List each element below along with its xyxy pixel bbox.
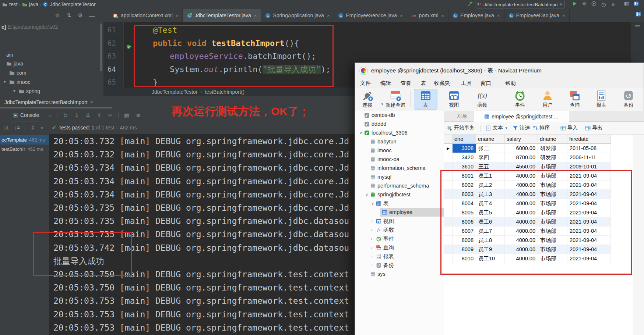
cell-dname[interactable]: 市场部 xyxy=(538,162,567,171)
table-row[interactable]: 8009员工94000.00市场部2021-09-04 xyxy=(444,245,633,254)
scroll-down-icon[interactable]: ⇓ xyxy=(74,112,79,119)
grid-tool-排序[interactable]: 排序 xyxy=(532,122,550,134)
editor-settings-icon[interactable]: ⚙ xyxy=(78,12,82,19)
horizontal-scrollbar[interactable] xyxy=(0,107,112,108)
cell-hiredate[interactable]: 2011-05-08 xyxy=(567,144,611,153)
locate-file-icon[interactable]: ⊙ xyxy=(55,12,60,19)
tab-applicationContext.xml[interactable]: applicationContext.xml× xyxy=(109,9,183,22)
column-header-eno[interactable]: eno xyxy=(453,135,476,144)
navicat-tool-查询[interactable]: 查询 xyxy=(563,89,587,110)
navicat-tool-备份[interactable]: ↺备份 xyxy=(617,89,640,110)
hide-tabs-icon[interactable]: — xyxy=(89,13,95,19)
sort-order-icon[interactable]: ↓≡ xyxy=(14,125,20,131)
build-hammer-icon[interactable] xyxy=(465,0,475,9)
tree-arrow-icon[interactable]: › xyxy=(371,219,373,223)
breadcrumb-class[interactable]: JdbcTemplateTestor xyxy=(152,89,198,95)
editor-error-stripe[interactable] xyxy=(631,22,644,63)
cell-ename[interactable]: 员工4 xyxy=(476,199,505,208)
project-scrollbar[interactable] xyxy=(100,24,102,71)
tree-item-employee[interactable]: employee xyxy=(355,208,444,217)
menu-工具[interactable]: 工具 xyxy=(461,80,472,87)
table-row[interactable]: 8005员工54000.00市场部2021-09-04 xyxy=(444,208,633,217)
cell-dname[interactable]: 市场部 xyxy=(538,227,567,236)
tree-arrow-icon[interactable]: › xyxy=(371,254,373,259)
menu-文件[interactable]: 文件 xyxy=(360,80,371,87)
tree-item-babytun[interactable]: babytun xyxy=(355,137,444,146)
cell-eno[interactable]: 3420 xyxy=(453,153,476,162)
cell-eno[interactable]: 8010 xyxy=(453,254,476,263)
profiler-button[interactable]: ◷ xyxy=(599,0,608,9)
cell-hiredate[interactable]: 2021-09-04 xyxy=(567,217,611,227)
tree-item-报表[interactable]: ›报表 xyxy=(355,252,444,261)
coverage-button[interactable] xyxy=(589,0,599,9)
cell-dname[interactable]: 市场部 xyxy=(538,245,567,254)
filter-lines-icon[interactable]: ≋ xyxy=(136,112,141,119)
cell-hiredate[interactable]: 2021-09-04 xyxy=(567,227,611,236)
cell-salary[interactable]: 4000.00 xyxy=(505,199,538,208)
navicat-tool-新建查询[interactable]: 新建查询 xyxy=(384,89,407,110)
tab-SpringApplication.java[interactable]: CSpringApplication.java× xyxy=(261,9,334,22)
cell-hiredate[interactable]: 2021-09-04 xyxy=(567,199,611,208)
menu-查看[interactable]: 查看 xyxy=(401,80,411,87)
project-item-java[interactable]: java xyxy=(0,59,103,68)
cell-ename[interactable]: 王五 xyxy=(476,162,505,171)
cell-salary[interactable]: 4000.00 xyxy=(505,208,538,217)
cell-eno[interactable]: 3308 xyxy=(453,144,476,153)
cell-eno[interactable]: 8001 xyxy=(453,171,476,181)
close-icon[interactable]: × xyxy=(400,13,403,18)
cell-salary[interactable]: 4000.00 xyxy=(505,227,538,236)
cell-salary[interactable]: 4550.00 xyxy=(505,162,538,171)
table-row[interactable]: 8004员工44000.00市场部2021-09-04 xyxy=(444,199,633,208)
table-row[interactable]: 8006员工64000.00市场部2021-09-04 xyxy=(444,217,633,227)
cell-dname[interactable]: 市场部 xyxy=(538,208,567,217)
column-header-hiredate[interactable]: hiredate xyxy=(567,135,611,144)
cell-ename[interactable]: 张三 xyxy=(476,144,505,153)
cell-hiredate[interactable]: 2009-10-01 xyxy=(567,162,611,171)
cell-eno[interactable]: 8009 xyxy=(453,245,476,254)
tree-item-imooc[interactable]: imooc xyxy=(355,146,444,155)
cell-hiredate[interactable]: 2021-09-04 xyxy=(567,208,611,217)
tree-item-performance_schema[interactable]: performance_schema xyxy=(355,181,444,190)
menu-表[interactable]: 表 xyxy=(421,80,426,87)
rerun-icon[interactable]: ↻ xyxy=(63,112,68,119)
project-item-com[interactable]: com xyxy=(0,68,104,77)
tree-item-ddddd[interactable]: ddddd xyxy=(355,120,444,128)
table-row[interactable]: 3610王五4550.00市场部2009-10-01 xyxy=(444,162,633,171)
cell-ename[interactable]: 员工5 xyxy=(476,208,505,217)
cell-dname[interactable]: 研发部 xyxy=(538,144,567,153)
cell-salary[interactable]: 4000.00 xyxy=(505,236,538,245)
cell-salary[interactable]: 4000.00 xyxy=(505,190,538,199)
cell-hiredate[interactable]: 2006-11-11 xyxy=(567,153,611,162)
cell-ename[interactable]: 员工7 xyxy=(476,227,505,236)
run-tab[interactable]: JdbcTemplateTestor.testBatchImport × xyxy=(0,96,98,108)
cell-hiredate[interactable]: 2021-09-04 xyxy=(567,181,611,190)
breadcrumb-item-test[interactable]: test xyxy=(2,1,18,7)
cell-dname[interactable]: 研发部 xyxy=(538,153,567,162)
grid-tool-文本[interactable]: 文本▼ xyxy=(486,122,508,134)
table-row[interactable]: ▶3308张三6000.00研发部2011-05-08 xyxy=(444,144,633,153)
tree-arrow-icon[interactable]: ▼ xyxy=(3,80,7,84)
chevron-down-icon[interactable]: ▼ xyxy=(505,126,508,130)
tree-arrow-icon[interactable]: ∨ xyxy=(365,192,368,197)
more-icon[interactable]: » xyxy=(41,125,44,131)
table-row[interactable]: 8002员工24000.00市场部2021-09-04 xyxy=(444,181,633,190)
cell-salary[interactable]: 8700.00 xyxy=(505,153,538,162)
menu-收藏夹[interactable]: 收藏夹 xyxy=(434,80,450,87)
tree-item-imooc-oa[interactable]: imooc-oa xyxy=(355,155,444,164)
cell-dname[interactable]: 市场部 xyxy=(538,236,567,245)
table-row[interactable]: 8001员工14000.00市场部2021-09-04 xyxy=(444,171,633,181)
cell-dname[interactable]: 市场部 xyxy=(538,171,567,181)
navicat-tool-函数[interactable]: f(x)函数 xyxy=(471,89,494,110)
tree-item-查询[interactable]: ›查询 xyxy=(355,243,444,252)
tree-arrow-icon[interactable]: › xyxy=(371,263,373,267)
tree-item-函数[interactable]: ›fx函数 xyxy=(355,225,444,234)
split-editor-icon[interactable]: ⇅ xyxy=(67,12,71,19)
cell-salary[interactable]: 4000.00 xyxy=(505,245,538,254)
cell-eno[interactable]: 3610 xyxy=(453,162,476,171)
test-tree-item[interactable]: testBatchIr462 ms xyxy=(0,145,49,154)
cell-eno[interactable]: 8007 xyxy=(453,227,476,236)
soft-wrap-icon[interactable]: ▦ xyxy=(124,112,129,119)
project-item-ain[interactable]: ain xyxy=(0,50,103,59)
close-icon[interactable]: × xyxy=(562,13,565,18)
navicat-tool-视图[interactable]: 视图 xyxy=(442,89,466,110)
